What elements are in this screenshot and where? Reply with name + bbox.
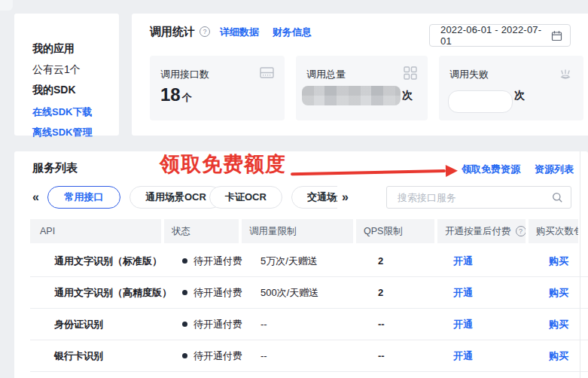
redacted-total-calls-value (302, 86, 401, 105)
search-box (386, 186, 571, 209)
finance-info-link[interactable]: 财务信息 (273, 26, 312, 39)
card-api-count: 调用接口数 18个 (150, 56, 285, 120)
free-resource-link[interactable]: 领取免费资源 (462, 163, 520, 176)
tab-common-apis[interactable]: 常用接口 (47, 186, 120, 209)
search-icon[interactable] (552, 192, 563, 203)
tab-general-ocr[interactable]: 通用场景OCR (129, 186, 222, 209)
failure-splash-icon (558, 66, 573, 80)
api-name: 通用文字识别（高精度版） (54, 277, 172, 309)
table-row: 通用文字识别（标准版） 待开通付费 5万次/天赠送 2 开通 购买 (30, 245, 588, 277)
call-limit: 500次/天赠送 (260, 277, 318, 309)
help-icon[interactable]: ? (516, 226, 526, 236)
console-page: 我的应用 公有云1个 我的SDK 在线SDK下载 离线SDK管理 调用统计? 详… (0, 0, 588, 378)
table-row: 银行卡识别 待开通付费 -- -- 开通 购买 (30, 340, 588, 372)
calendar-icon (551, 30, 562, 41)
help-icon[interactable]: ? (200, 26, 210, 37)
search-input[interactable] (387, 187, 571, 208)
open-link[interactable]: 开通 (453, 340, 473, 372)
sidebar: 我的应用 公有云1个 我的SDK 在线SDK下载 离线SDK管理 (14, 14, 119, 136)
qps-limit: -- (378, 340, 385, 372)
service-list-title: 服务列表 (32, 161, 78, 175)
terminal-panel-icon (260, 66, 274, 79)
panel-right-edge (580, 151, 580, 378)
sidebar-heading-my-apps: 我的应用 (32, 42, 75, 56)
card-total-calls: 调用总量 次 (296, 56, 428, 120)
grid-icon (404, 66, 417, 80)
buy-link[interactable]: 购买 (549, 309, 568, 340)
service-list-panel: 服务列表 领取免费额度 领取免费资源 资源列表 « 常用接口 通用场景OCR 卡… (14, 151, 588, 378)
status-dot-icon (182, 290, 187, 295)
card-api-count-label: 调用接口数 (160, 68, 209, 81)
call-limit: -- (260, 309, 267, 340)
tab-traffic-ocr-clipped[interactable]: 交通场景OCR (291, 186, 337, 210)
col-header-api: API (30, 219, 161, 243)
col-header-limit: 调用量限制 (242, 219, 353, 243)
status-badge: 待开通付费 (182, 340, 242, 372)
sidebar-heading-my-sdk: 我的SDK (32, 84, 76, 97)
card-total-calls-unit: 次 (402, 89, 413, 102)
col-header-buy-pack: 购买次数包 (529, 219, 578, 243)
qps-limit: -- (378, 309, 385, 340)
expand-right-icon[interactable]: » (342, 191, 349, 204)
open-link[interactable]: 开通 (453, 309, 473, 340)
api-name: 通用文字识别（标准版） (54, 245, 162, 277)
call-limit: -- (260, 340, 267, 372)
collapse-left-icon[interactable]: « (32, 191, 39, 204)
status-dot-icon (182, 322, 187, 327)
buy-link[interactable]: 购买 (549, 277, 568, 309)
sidebar-link-offline-sdk[interactable]: 离线SDK管理 (32, 126, 92, 139)
call-stats-panel: 调用统计? 详细数据 财务信息 2022-06-01 - 2022-07-01 … (132, 14, 588, 136)
col-header-postpaid: 开通按量后付费? (437, 219, 526, 243)
card-failed-calls-label: 调用失败 (449, 68, 489, 81)
col-header-qps: QPS限制 (356, 219, 434, 243)
qps-limit: 2 (378, 245, 383, 277)
status-badge: 待开通付费 (182, 277, 242, 309)
table-row: 通用文字识别（高精度版） 待开通付费 500次/天赠送 2 开通 购买 (30, 277, 588, 309)
card-total-calls-label: 调用总量 (306, 68, 346, 81)
api-name: 银行卡识别 (54, 340, 103, 372)
status-dot-icon (182, 258, 187, 264)
call-stats-title: 调用统计? (150, 25, 210, 39)
tab-traffic-ocr[interactable]: 交通场景OCR (291, 186, 337, 209)
status-badge: 待开通付费 (182, 309, 242, 340)
top-left-notch (0, 0, 13, 11)
tab-card-ocr[interactable]: 卡证OCR (209, 186, 282, 209)
call-limit: 5万次/天赠送 (260, 245, 318, 277)
card-failed-calls: 调用失败 次 (439, 56, 583, 120)
buy-link[interactable]: 购买 (549, 245, 568, 277)
status-dot-icon (182, 353, 187, 358)
buy-link[interactable]: 购买 (549, 340, 568, 372)
col-header-status: 状态 (164, 219, 239, 243)
annotation-free-quota: 领取免费额度 (160, 151, 286, 178)
open-link[interactable]: 开通 (453, 277, 473, 309)
annotation-arrow (291, 165, 458, 181)
open-link[interactable]: 开通 (453, 245, 473, 277)
table-row: 身份证识别 待开通付费 -- -- 开通 购买 (30, 309, 588, 340)
redacted-failed-calls-value (448, 90, 513, 113)
sidebar-link-online-sdk[interactable]: 在线SDK下载 (32, 105, 92, 119)
card-failed-calls-unit: 次 (514, 89, 525, 102)
sidebar-item-public-cloud[interactable]: 公有云1个 (32, 63, 81, 77)
date-range-value: 2022-06-01 - 2022-07-01 (440, 24, 551, 47)
qps-limit: 2 (378, 277, 383, 309)
api-name: 身份证识别 (54, 309, 103, 340)
detail-data-link[interactable]: 详细数据 (220, 26, 259, 39)
resource-list-link[interactable]: 资源列表 (535, 163, 574, 176)
card-api-count-value: 18个 (160, 84, 192, 105)
status-badge: 待开通付费 (182, 245, 242, 277)
date-range-picker[interactable]: 2022-06-01 - 2022-07-01 (429, 24, 571, 47)
